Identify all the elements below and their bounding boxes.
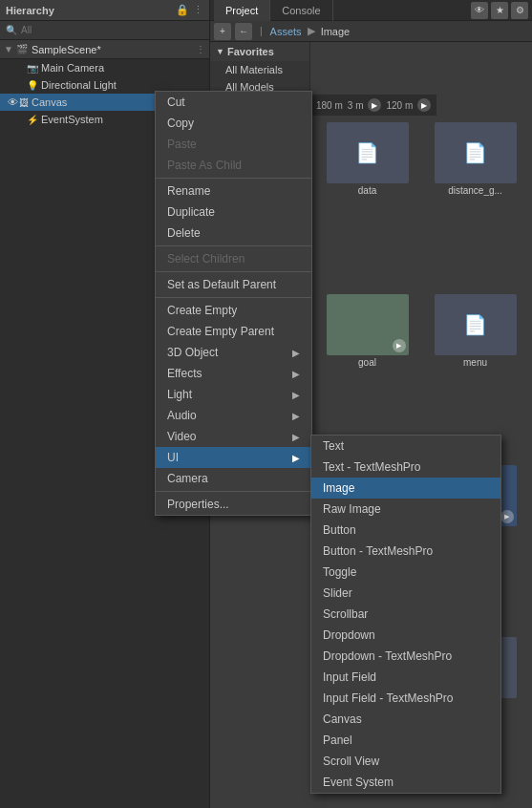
ctx-rename[interactable]: Rename	[156, 181, 311, 202]
hierarchy-search-bar: 🔍	[0, 21, 209, 40]
ctx-3d-object[interactable]: 3D Object ▶	[156, 342, 311, 363]
asset-label-distance: distance_g...	[448, 185, 502, 196]
ctx2-text-tmp[interactable]: Text - TextMeshPro	[311, 457, 500, 478]
main-camera-label: Main Camera	[41, 62, 104, 74]
asset-thumb-menu: 📄	[435, 294, 517, 355]
scene-name: SampleScene*	[32, 44, 101, 55]
play-speed-btn[interactable]: ▶	[417, 98, 431, 112]
fav-arrow: ▼	[216, 47, 224, 56]
context-menu-main: Cut Copy Paste Paste As Child Rename Dup…	[155, 91, 312, 516]
ctx2-toggle[interactable]: Toggle	[311, 562, 500, 583]
asset-label-data: data	[358, 185, 376, 196]
arrow-audio: ▶	[292, 411, 300, 421]
ctx2-button[interactable]: Button	[311, 520, 500, 541]
ctx2-input-field[interactable]: Input Field	[311, 667, 500, 688]
ctx-sep-4	[156, 297, 311, 298]
ctx2-dropdown[interactable]: Dropdown	[311, 625, 500, 646]
scene-row: ▼ 🎬 SampleScene* ⋮	[0, 40, 209, 59]
ctx2-raw-image[interactable]: Raw Image	[311, 499, 500, 520]
asset-tile-distance[interactable]: 📄 distance_g...	[424, 122, 526, 288]
ctx2-scrollbar[interactable]: Scrollbar	[311, 604, 500, 625]
play-btn-goal[interactable]: ▶	[393, 339, 406, 352]
scene-icon: 🎬	[16, 44, 28, 54]
ctx-cut[interactable]: Cut	[156, 92, 311, 113]
hierarchy-search-input[interactable]	[21, 25, 203, 35]
play-btn-route-guide[interactable]: ▶	[500, 510, 514, 523]
tab-console[interactable]: Console	[270, 0, 332, 21]
lock-icon[interactable]: 🔒	[176, 4, 189, 16]
data-icon: 📄	[355, 141, 379, 164]
tab-project[interactable]: Project	[214, 0, 270, 21]
ctx2-slider[interactable]: Slider	[311, 583, 500, 604]
fav-all-materials[interactable]: All Materials	[210, 61, 309, 78]
scene-menu-icon[interactable]: ⋮	[196, 44, 205, 54]
time-controls: 180 m 3 m ▶ 120 m ▶	[310, 95, 436, 116]
ctx-copy[interactable]: Copy	[156, 113, 311, 134]
ctx-audio[interactable]: Audio ▶	[156, 405, 311, 426]
eventsystem-icon: ⚡	[27, 115, 38, 125]
breadcrumb-image[interactable]: Image	[321, 26, 351, 37]
ctx-duplicate[interactable]: Duplicate	[156, 202, 311, 223]
time-3: 3 m	[348, 100, 364, 111]
hierarchy-icons: 🔒 ⋮	[176, 4, 203, 16]
ctx2-image[interactable]: Image	[311, 478, 500, 499]
asset-label-menu: menu	[463, 357, 487, 368]
ctx-delete[interactable]: Delete	[156, 223, 311, 244]
separator: |	[260, 26, 263, 36]
ctx-sep-3	[156, 271, 311, 272]
arrow-video: ▶	[292, 432, 300, 442]
ctx-camera[interactable]: Camera	[156, 468, 311, 489]
toolbar-right: 👁 ★ ⚙	[471, 2, 528, 19]
canvas-label: Canvas	[32, 96, 67, 108]
eye-icon: 👁	[8, 96, 15, 108]
time-180: 180 m	[316, 100, 343, 111]
ctx-select-children: Select Children	[156, 248, 311, 269]
ctx-video[interactable]: Video ▶	[156, 426, 311, 447]
star-toolbar-btn[interactable]: ★	[491, 2, 508, 19]
ctx2-scroll-view[interactable]: Scroll View	[311, 751, 500, 772]
camera-icon: 📷	[27, 63, 38, 74]
gear-toolbar-btn[interactable]: ⚙	[511, 2, 528, 19]
asset-label-goal: goal	[358, 357, 376, 368]
ctx2-text[interactable]: Text	[311, 436, 500, 457]
breadcrumb-sep: ▶	[308, 25, 315, 37]
asset-thumb-distance: 📄	[435, 122, 517, 183]
context-menu-ui-submenu: Text Text - TextMeshPro Image Raw Image …	[310, 435, 501, 794]
top-toolbar: Project Console 👁 ★ ⚙	[210, 0, 532, 21]
eye-toolbar-btn[interactable]: 👁	[471, 2, 488, 19]
assets-breadcrumb-bar: + ← | Assets ▶ Image	[210, 21, 532, 42]
ctx-light[interactable]: Light ▶	[156, 384, 311, 405]
ctx2-event-system[interactable]: Event System	[311, 772, 500, 793]
ctx2-panel[interactable]: Panel	[311, 730, 500, 751]
ctx2-dropdown-tmp[interactable]: Dropdown - TextMeshPro	[311, 646, 500, 667]
ctx-set-default-parent[interactable]: Set as Default Parent	[156, 274, 311, 295]
hierarchy-item-main-camera[interactable]: 📷 Main Camera	[0, 59, 209, 76]
arrow-3d-object: ▶	[292, 348, 300, 358]
canvas-icon: 🖼	[19, 97, 29, 108]
ctx-sep-1	[156, 178, 311, 179]
ctx-create-empty[interactable]: Create Empty	[156, 300, 311, 321]
ctx2-canvas[interactable]: Canvas	[311, 709, 500, 730]
ctx-ui[interactable]: UI ▶	[156, 447, 311, 468]
search-icon: 🔍	[6, 25, 17, 35]
ctx-sep-2	[156, 245, 311, 246]
add-btn[interactable]: +	[214, 23, 231, 40]
dir-light-label: Directional Light	[41, 79, 117, 91]
ctx-create-empty-parent[interactable]: Create Empty Parent	[156, 321, 311, 342]
ctx-effects[interactable]: Effects ▶	[156, 363, 311, 384]
distance-icon: 📄	[463, 141, 487, 164]
right-tabs: Project Console	[214, 0, 333, 21]
back-btn[interactable]: ←	[235, 23, 252, 40]
ctx-paste-as-child: Paste As Child	[156, 155, 311, 176]
ctx2-input-field-tmp[interactable]: Input Field - TextMeshPro	[311, 688, 500, 709]
play-time-btn[interactable]: ▶	[368, 98, 381, 112]
arrow-light: ▶	[292, 390, 300, 400]
breadcrumb-assets[interactable]: Assets	[270, 26, 302, 37]
favorites-header[interactable]: ▼ Favorites	[210, 42, 309, 61]
ctx-properties[interactable]: Properties...	[156, 494, 311, 515]
speed-display: 120 m	[386, 100, 413, 111]
menu-icon[interactable]: ⋮	[193, 4, 203, 16]
asset-tile-data[interactable]: 📄 data	[316, 122, 418, 288]
favorites-title: Favorites	[227, 46, 274, 57]
ctx2-button-tmp[interactable]: Button - TextMeshPro	[311, 541, 500, 562]
